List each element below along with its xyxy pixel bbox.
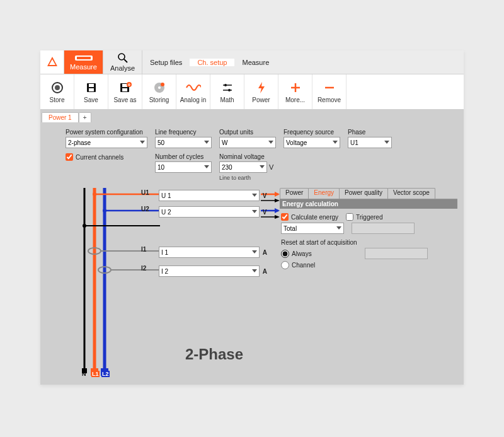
select-u1[interactable]: U 1 (159, 190, 260, 201)
label-u1: U1 (141, 189, 149, 196)
nomv-unit: V (269, 163, 273, 171)
lightning-icon (257, 81, 266, 95)
svg-line-3 (124, 59, 127, 62)
more-button[interactable]: More... (278, 74, 312, 109)
select-freqsrc[interactable]: Voltage (284, 137, 340, 148)
config-row: Power system configuration 2-phase Curre… (66, 129, 451, 181)
label-phase: Phase (348, 129, 392, 136)
select-linefreq[interactable]: 50 (155, 137, 212, 148)
svg-rect-1 (77, 57, 91, 59)
checkbox-calc-energy[interactable]: Calculate energy (281, 213, 338, 221)
svg-point-30 (83, 224, 86, 228)
page-tab-power1[interactable]: Power 1 (42, 112, 79, 122)
unit-i2: A (263, 268, 267, 275)
storing-button[interactable]: Storing (142, 74, 176, 109)
page-area: Power 1 + Power system configuration 2-p… (40, 110, 464, 385)
unit-u2: V (263, 209, 267, 216)
label-freqsrc: Frequency source (284, 129, 340, 136)
tag-n: N (82, 371, 86, 377)
plus-icon (290, 81, 301, 95)
radio-channel-input[interactable] (281, 261, 289, 269)
select-triggered-disabled (352, 223, 415, 234)
select-i1[interactable]: I 1 (159, 247, 260, 258)
tag-l2: L2 (101, 371, 110, 377)
label-outunits: Output units (219, 129, 276, 136)
save-button[interactable]: Save (74, 74, 108, 109)
menu-tab-label: Analyse (110, 64, 135, 72)
select-energy-mode[interactable]: Total (281, 223, 344, 234)
svg-point-5 (55, 85, 60, 90)
checkbox-current-channels[interactable]: Current channels (66, 153, 147, 161)
svg-rect-10 (122, 84, 127, 87)
radio-always-input[interactable] (281, 250, 289, 258)
right-panel: Power Energy Power quality Vector scope … (280, 188, 457, 274)
label-psc: Power system configuration (66, 129, 147, 136)
analogin-button[interactable]: Analog in (176, 74, 210, 109)
rtab-energy[interactable]: Energy (308, 188, 340, 199)
select-i2[interactable]: I 2 (159, 265, 260, 277)
radio-reset-always[interactable]: Always (281, 250, 312, 258)
menu-bar: Measure Analyse Setup files Ch. setup Me… (40, 50, 464, 74)
checkbox-triggered[interactable]: Triggered (346, 213, 382, 221)
diagram-title: 2-Phase (185, 346, 243, 363)
tag-l1: L1 (91, 371, 100, 377)
page-tabs: Power 1 + (40, 110, 464, 122)
select-numcycles[interactable]: 10 (155, 161, 212, 173)
select-psc[interactable]: 2-phase (66, 137, 147, 148)
save-icon (86, 81, 97, 95)
record-icon (52, 81, 63, 95)
radio-reset-channel[interactable]: Channel (281, 261, 315, 269)
menu-subtab-measure[interactable]: Measure (234, 59, 277, 66)
unit-u1: V (263, 192, 267, 199)
math-button[interactable]: Math (210, 74, 244, 109)
saveas-icon (119, 81, 132, 95)
label-linefreq: Line frequency (155, 129, 212, 136)
rtab-pq[interactable]: Power quality (339, 188, 388, 199)
label-i1: I1 (141, 246, 146, 253)
svg-point-17 (224, 84, 227, 86)
nomv-hint: Line to earth (219, 175, 276, 181)
checkbox-calc-energy-input[interactable] (281, 213, 289, 221)
rtab-power[interactable]: Power (280, 188, 309, 199)
checkbox-triggered-input[interactable] (346, 213, 353, 221)
select-phase[interactable]: U1 (348, 137, 392, 148)
power-button[interactable]: Power (244, 74, 278, 109)
section-title: Energy calculation (280, 199, 457, 209)
label-numcycles: Number of cycles (155, 153, 212, 160)
app-window: Measure Analyse Setup files Ch. setup Me… (40, 50, 464, 385)
saveas-button[interactable]: Save as (108, 74, 142, 109)
magnifier-icon (118, 53, 128, 63)
svg-point-32 (93, 192, 96, 196)
svg-point-15 (161, 83, 164, 86)
menu-subtab-setupfiles[interactable]: Setup files (142, 59, 190, 66)
checkbox-current-channels-input[interactable] (66, 153, 73, 161)
select-reset-disabled (365, 248, 428, 259)
menu-tab-measure[interactable]: Measure (64, 50, 103, 74)
svg-point-2 (118, 54, 125, 60)
rtab-vs[interactable]: Vector scope (387, 188, 435, 199)
menu-tab-analyse[interactable]: Analyse (103, 50, 142, 74)
storing-icon (153, 81, 166, 95)
page-tab-add[interactable]: + (79, 112, 91, 122)
app-logo-icon (40, 50, 64, 74)
svg-rect-8 (89, 88, 94, 91)
select-nomv[interactable]: 230 (219, 161, 267, 173)
select-outunits[interactable]: W (219, 137, 276, 148)
channel-row-i2: I 2 A (159, 265, 267, 277)
menu-subtab-chsetup[interactable]: Ch. setup (190, 59, 234, 66)
svg-point-36 (103, 209, 106, 213)
store-button[interactable]: Store (40, 74, 74, 109)
remove-button[interactable]: Remove (312, 74, 346, 109)
measure-bar-icon (75, 54, 93, 62)
right-tabs: Power Energy Power quality Vector scope (280, 188, 457, 199)
sine-icon (186, 81, 201, 95)
channel-row-i1: I 1 A (159, 247, 267, 258)
toolbar: Store Save Save as Storing Analog in Mat… (40, 74, 464, 110)
unit-i1: A (263, 249, 267, 256)
channel-row-u1: U 1 V (159, 190, 266, 201)
select-u2[interactable]: U 2 (159, 206, 260, 218)
menu-tab-label: Measure (70, 63, 97, 71)
svg-point-14 (158, 86, 161, 89)
label-u2: U2 (141, 206, 149, 213)
wiring-diagram: U1 U 1 V U2 U 2 V I1 I 1 A I2 I 2 (66, 188, 299, 377)
